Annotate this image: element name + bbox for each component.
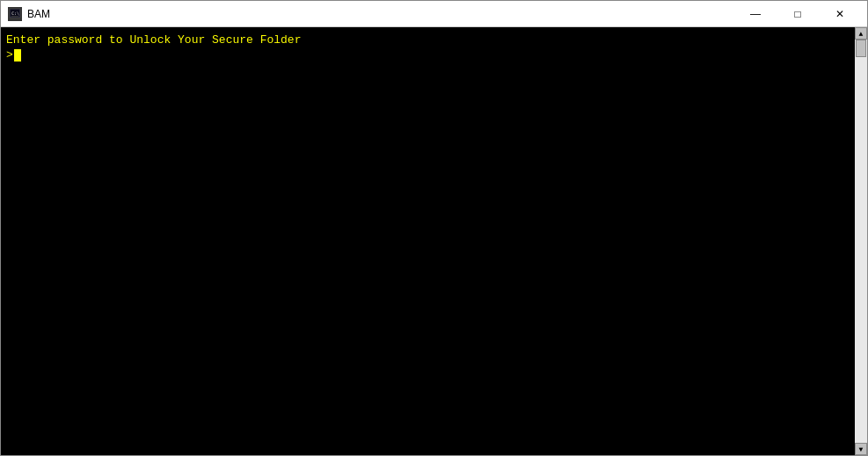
title-bar: C:\ BAM — □ ✕ [1,1,867,27]
window-title: BAM [27,8,50,20]
scroll-track[interactable] [855,40,867,443]
scroll-down-arrow[interactable]: ▼ [855,443,867,455]
terminal-window: C:\ BAM — □ ✕ Enter password to Unlock Y… [0,0,868,456]
title-bar-left: C:\ BAM [8,7,50,21]
instruction-line: Enter password to Unlock Your Secure Fol… [6,33,850,48]
prompt-symbol: > [6,48,13,62]
cursor [14,49,21,62]
svg-text:C:\: C:\ [11,11,19,16]
window-controls: — □ ✕ [735,4,860,25]
terminal-body[interactable]: Enter password to Unlock Your Secure Fol… [1,27,867,455]
terminal-content: Enter password to Unlock Your Secure Fol… [3,31,853,63]
app-icon: C:\ [8,7,22,21]
close-button[interactable]: ✕ [820,4,860,25]
svg-rect-2 [11,16,18,17]
scrollbar: ▲ ▼ [855,27,867,455]
minimize-button[interactable]: — [735,4,776,25]
prompt-line: > [6,48,850,62]
scroll-thumb[interactable] [856,40,866,57]
maximize-button[interactable]: □ [777,4,818,25]
scroll-up-arrow[interactable]: ▲ [855,27,867,40]
